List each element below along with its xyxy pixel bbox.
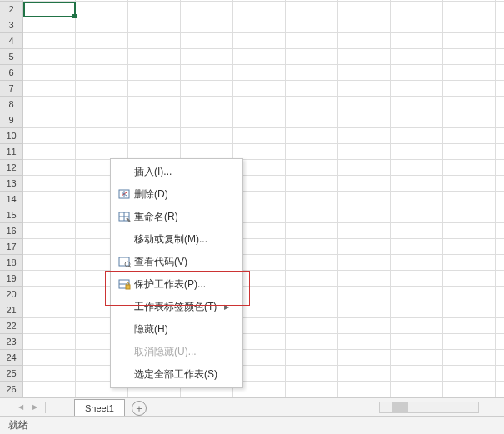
cell[interactable] <box>23 65 76 80</box>
cell[interactable] <box>23 255 76 270</box>
menu-insert[interactable]: 插入(I)... <box>111 161 242 183</box>
cell[interactable] <box>338 366 391 381</box>
cell[interactable] <box>443 128 496 143</box>
cell[interactable] <box>23 318 76 333</box>
row-header[interactable]: 7 <box>0 81 22 97</box>
cell[interactable] <box>23 207 76 222</box>
cell[interactable] <box>443 65 496 80</box>
cell[interactable] <box>128 65 181 80</box>
cell[interactable] <box>286 239 338 254</box>
cell[interactable] <box>443 2 496 17</box>
row-header[interactable]: 2 <box>0 2 22 17</box>
cell[interactable] <box>23 334 76 349</box>
cell[interactable] <box>23 2 76 17</box>
cell[interactable] <box>76 97 128 112</box>
cell[interactable] <box>286 2 338 17</box>
row-header[interactable]: 9 <box>0 112 22 128</box>
cell[interactable] <box>286 334 338 349</box>
cell[interactable] <box>391 144 443 159</box>
cell[interactable] <box>23 33 76 48</box>
cell[interactable] <box>443 223 496 238</box>
cell[interactable] <box>181 33 233 48</box>
cell[interactable] <box>286 160 338 175</box>
cell[interactable] <box>338 97 391 112</box>
cell[interactable] <box>23 271 76 286</box>
cell[interactable] <box>128 33 181 48</box>
cell[interactable] <box>23 350 76 365</box>
cell[interactable] <box>181 65 233 80</box>
cell[interactable] <box>443 318 496 333</box>
cell[interactable] <box>233 2 286 17</box>
cell[interactable] <box>23 128 76 143</box>
row-header[interactable]: 22 <box>0 318 22 334</box>
cell[interactable] <box>76 49 128 64</box>
cell[interactable] <box>286 33 338 48</box>
cell[interactable] <box>233 33 286 48</box>
cell[interactable] <box>443 287 496 302</box>
cell[interactable] <box>338 302 391 317</box>
cell[interactable] <box>338 128 391 143</box>
cell[interactable] <box>128 144 181 159</box>
cell[interactable] <box>391 65 443 80</box>
cell[interactable] <box>443 49 496 64</box>
cell[interactable] <box>181 2 233 17</box>
cell[interactable] <box>76 144 128 159</box>
cell[interactable] <box>233 49 286 64</box>
cell[interactable] <box>128 17 181 32</box>
row-header[interactable]: 10 <box>0 128 22 144</box>
cell[interactable] <box>76 112 128 127</box>
cell[interactable] <box>233 97 286 112</box>
menu-rename[interactable]: 重命名(R) <box>111 206 242 228</box>
cell[interactable] <box>391 271 443 286</box>
cell[interactable] <box>391 255 443 270</box>
row-header[interactable]: 5 <box>0 49 22 65</box>
row-header[interactable]: 17 <box>0 239 22 255</box>
cell[interactable] <box>181 112 233 127</box>
row-header[interactable]: 11 <box>0 144 22 160</box>
cell[interactable] <box>23 17 76 32</box>
menu-delete[interactable]: 删除(D) <box>111 183 242 206</box>
cell[interactable] <box>391 366 443 381</box>
cell[interactable] <box>391 192 443 207</box>
cell[interactable] <box>23 366 76 381</box>
cell[interactable] <box>443 160 496 175</box>
cell[interactable] <box>181 17 233 32</box>
menu-select-all-sheets[interactable]: 选定全部工作表(S) <box>111 363 242 386</box>
cell[interactable] <box>443 382 496 397</box>
cell[interactable] <box>338 112 391 127</box>
cell[interactable] <box>443 302 496 317</box>
cell[interactable] <box>76 2 128 17</box>
cell[interactable] <box>443 255 496 270</box>
cell[interactable] <box>286 223 338 238</box>
menu-hide[interactable]: 隐藏(H) <box>111 318 242 341</box>
cell[interactable] <box>128 49 181 64</box>
scrollbar-thumb[interactable] <box>392 402 408 412</box>
cell[interactable] <box>286 271 338 286</box>
menu-tab-color[interactable]: 工作表标签颜色(T) ▶ <box>111 296 242 318</box>
cell[interactable] <box>286 318 338 333</box>
cell[interactable] <box>338 49 391 64</box>
cell[interactable] <box>128 97 181 112</box>
cell[interactable] <box>23 223 76 238</box>
cell[interactable] <box>338 65 391 80</box>
cell[interactable] <box>443 97 496 112</box>
sheet-nav-next-icon[interactable]: ▶ <box>31 402 39 412</box>
cell[interactable] <box>286 287 338 302</box>
cell[interactable] <box>128 128 181 143</box>
cell[interactable] <box>338 334 391 349</box>
cell[interactable] <box>286 192 338 207</box>
cells-area[interactable] <box>23 0 504 397</box>
cell[interactable] <box>391 239 443 254</box>
cell[interactable] <box>23 287 76 302</box>
cell[interactable] <box>286 112 338 127</box>
cell[interactable] <box>23 81 76 96</box>
cell[interactable] <box>128 2 181 17</box>
cell[interactable] <box>23 97 76 112</box>
row-header[interactable]: 18 <box>0 255 22 271</box>
row-header[interactable]: 15 <box>0 207 22 223</box>
cell[interactable] <box>286 366 338 381</box>
cell[interactable] <box>23 176 76 191</box>
cell[interactable] <box>23 302 76 317</box>
cell[interactable] <box>391 302 443 317</box>
cell[interactable] <box>233 81 286 96</box>
